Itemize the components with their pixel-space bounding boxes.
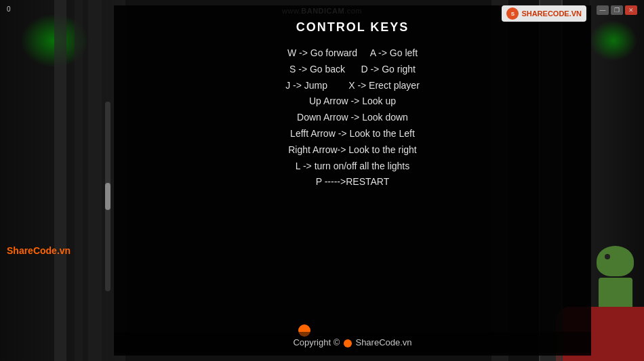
creature-eye <box>605 254 610 259</box>
green-glow-right <box>590 20 637 61</box>
scroll-thumb <box>105 183 110 210</box>
control-row-9: P ----->RESTART <box>127 174 578 190</box>
restore-button[interactable]: ❐ <box>611 5 623 15</box>
control-row-1: W -> Go forward A -> Go left <box>127 45 578 62</box>
control-row-3: J -> Jump X -> Erect player <box>127 78 578 94</box>
copyright-orange-dot <box>344 339 352 347</box>
sharecode-watermark-top: S SHARECODE.VN <box>502 5 586 22</box>
creature-head <box>597 246 634 276</box>
copyright-footer: Copyright © ShareCode.vn <box>114 332 591 353</box>
scrollbar[interactable] <box>105 102 110 291</box>
sharecode-logo: S <box>506 7 519 20</box>
window-controls: — ❐ ✕ <box>597 5 637 15</box>
control-row-8: L -> turn on/off all the lights <box>127 158 578 175</box>
copyright-sharecode: ShareCode.vn <box>355 337 411 347</box>
fps-counter: 0 <box>7 5 11 13</box>
minimize-button[interactable]: — <box>597 5 609 15</box>
copyright-text: Copyright © <box>293 337 340 347</box>
game-background: ShareCode.vn 0 www.BANDICAM.com S SHAREC… <box>0 0 644 361</box>
overlay-panel: CONTROL KEYS W -> Go forward A -> Go lef… <box>114 5 591 356</box>
control-row-2: S -> Go back D -> Go right <box>127 62 578 78</box>
sharecode-label-top: SHARECODE.VN <box>521 9 582 18</box>
close-button[interactable]: ✕ <box>625 5 637 15</box>
control-row-6: Lefft Arrow -> Look to the Left <box>127 126 578 142</box>
control-row-4: Up Arrow -> Look up <box>127 93 578 110</box>
sharecode-bottom-left-watermark: ShareCode.vn <box>7 245 71 256</box>
control-row-7: Right Arrow-> Look to the right <box>127 142 578 158</box>
control-row-5: Down Arrow -> Look down <box>127 110 578 126</box>
panel-title: CONTROL KEYS <box>127 20 578 35</box>
main-content: CONTROL KEYS W -> Go forward A -> Go lef… <box>127 20 578 190</box>
